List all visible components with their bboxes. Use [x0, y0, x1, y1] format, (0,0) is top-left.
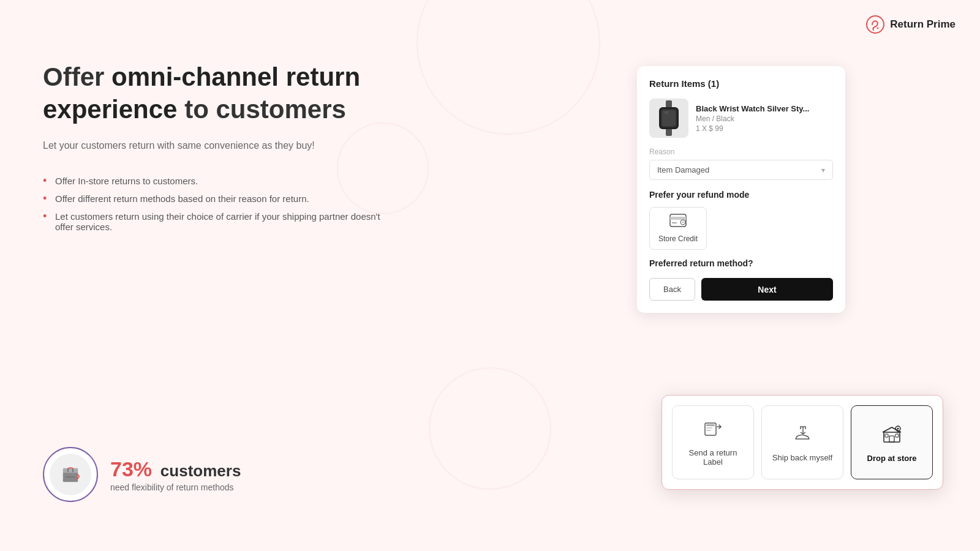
svg-point-21 [897, 427, 899, 429]
product-row: Black Wrist Watch Silver Sty... Men / Bl… [649, 99, 833, 138]
logo-area: Return Prime [865, 15, 956, 34]
product-info: Black Wrist Watch Silver Sty... Men / Bl… [696, 104, 809, 133]
svg-rect-13 [706, 424, 715, 426]
reason-label: Reason [649, 148, 833, 156]
logo-icon [865, 15, 885, 34]
reason-dropdown[interactable]: Item Damaged ▾ [649, 160, 833, 180]
refund-section-title: Prefer your refund mode [649, 190, 833, 200]
method-option-send-label[interactable]: Send a return Label [672, 405, 754, 479]
card-title: Return Items (1) [649, 78, 833, 89]
product-image [649, 99, 688, 138]
watch-icon [654, 100, 684, 136]
next-button[interactable]: Next [701, 278, 833, 301]
main-card: Return Items (1) Black Wrist Watch Silve… [637, 66, 845, 313]
stat-circle-inner [50, 454, 91, 495]
method-label-drop: Drop at store [867, 454, 917, 463]
stat-circle [43, 447, 98, 502]
logo-text: Return Prime [890, 18, 956, 31]
return-method-title: Preferred return method? [649, 258, 833, 268]
method-label-send: Send a return Label [679, 448, 747, 467]
product-price: 1 X $ 99 [696, 124, 809, 133]
refund-label: Store Credit [658, 234, 698, 243]
back-button[interactable]: Back [649, 278, 695, 301]
svg-rect-4 [666, 129, 672, 136]
svg-rect-15 [706, 430, 711, 431]
method-option-drop-store[interactable]: Drop at store [851, 405, 933, 479]
credit-icon-svg [669, 214, 687, 227]
bullet-2: Offer different return methods based on … [43, 190, 386, 208]
stat-text: 73% customers need flexibility of return… [110, 457, 241, 492]
headline: Offer omni-channel return experience to … [43, 61, 386, 126]
svg-rect-19 [895, 434, 899, 437]
svg-rect-3 [666, 100, 672, 108]
svg-rect-9 [670, 217, 686, 220]
label-icon-svg [703, 418, 723, 439]
headline-normal: Offer [43, 62, 111, 91]
method-option-ship-back[interactable]: Ship back myself [761, 405, 843, 479]
svg-rect-10 [672, 222, 677, 223]
ship-back-icon [792, 423, 813, 447]
send-label-icon [703, 418, 723, 442]
stat-subtext: need flexibility of return methods [110, 482, 241, 492]
subtext: Let your customers return with same conv… [43, 138, 386, 154]
bg-decor-circle-1 [417, 0, 600, 135]
store-icon-svg [881, 422, 903, 444]
bg-decor-circle-2 [429, 367, 551, 490]
method-label-ship: Ship back myself [772, 453, 832, 462]
headline-suffix: to customers [177, 95, 345, 124]
chevron-down-icon: ▾ [821, 166, 825, 174]
card-buttons: Back Next [649, 278, 833, 301]
bullet-list: Offer In-store returns to customers. Off… [43, 172, 386, 236]
drop-store-icon [881, 422, 903, 448]
reason-value: Item Damaged [657, 165, 709, 174]
refund-option[interactable]: Store Credit [649, 207, 707, 250]
left-content: Offer omni-channel return experience to … [43, 61, 386, 260]
stat-percentage-line: 73% customers [110, 457, 241, 481]
bullet-3: Let customers return using their choice … [43, 208, 386, 236]
svg-rect-18 [885, 434, 888, 437]
store-credit-icon [669, 214, 687, 231]
package-icon [59, 463, 81, 485]
product-variant: Men / Black [696, 114, 809, 123]
method-selector-card: Send a return Label Ship back myself [662, 395, 943, 490]
stat-percentage: 73% [110, 457, 152, 481]
ship-icon-svg [792, 423, 813, 444]
svg-rect-2 [63, 468, 78, 473]
bullet-1: Offer In-store returns to customers. [43, 172, 386, 190]
svg-rect-17 [889, 436, 894, 442]
product-name: Black Wrist Watch Silver Sty... [696, 104, 809, 113]
svg-rect-7 [662, 110, 676, 126]
stat-customers: customers [160, 462, 241, 480]
stat-area: 73% customers need flexibility of return… [43, 447, 241, 502]
svg-point-0 [867, 16, 884, 33]
svg-rect-14 [706, 427, 712, 429]
